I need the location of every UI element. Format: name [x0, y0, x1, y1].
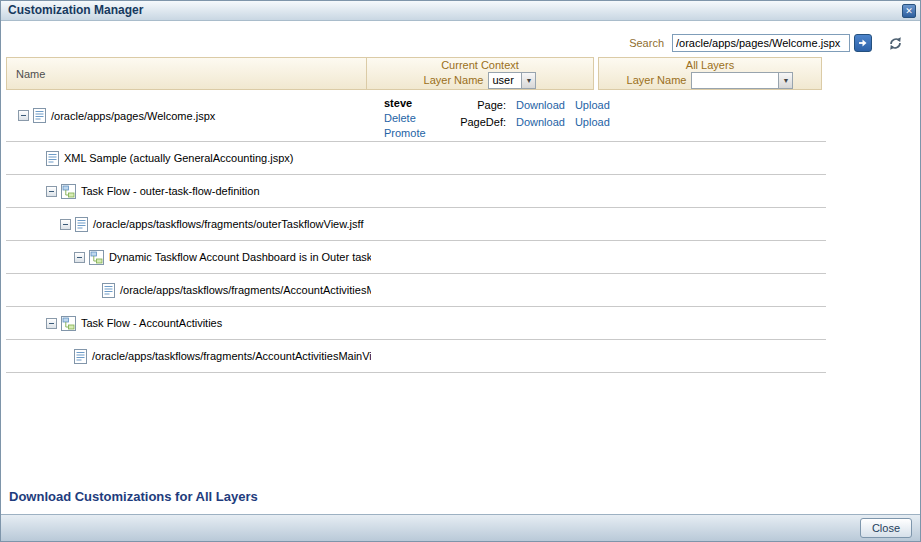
tree-node-label: Task Flow - outer-task-flow-definition [81, 185, 260, 197]
tree-row[interactable]: Task Flow - outer-task-flow-definition [6, 175, 826, 208]
tree-row[interactable]: /oracle/apps/taskflows/fragments/Account… [6, 274, 826, 307]
current-context-title: Current Context [441, 59, 519, 71]
document-icon [46, 151, 59, 166]
taskflow-icon [89, 250, 104, 265]
search-go-button[interactable] [854, 34, 872, 52]
collapse-toggle-icon[interactable] [18, 110, 29, 121]
tree-row[interactable]: /oracle/apps/taskflows/fragments/Account… [6, 340, 826, 373]
tree-node-label: /oracle/apps/pages/Welcome.jspx [51, 110, 215, 122]
refresh-icon [887, 35, 904, 52]
all-layers-layer-select[interactable]: ▼ [691, 72, 793, 89]
artifact-label: Page: [456, 97, 506, 114]
search-bar: Search [629, 34, 904, 52]
tree-node-label: Task Flow - AccountActivities [81, 317, 222, 329]
selected-layer-value: user [489, 74, 521, 86]
go-arrow-icon [857, 37, 869, 49]
dialog-title: Customization Manager [1, 1, 920, 20]
context-layer-value: steve [384, 96, 456, 111]
current-context-layer-select[interactable]: user ▼ [488, 72, 536, 89]
document-icon [33, 108, 46, 123]
tree-row[interactable]: /oracle/apps/pages/Welcome.jspxsteveDele… [6, 90, 826, 142]
customization-tree: /oracle/apps/pages/Welcome.jspxsteveDele… [6, 90, 826, 373]
search-label: Search [629, 37, 664, 49]
search-input[interactable] [672, 34, 850, 52]
current-context-header: Current Context Layer Name user ▼ [366, 57, 594, 90]
page-download-link[interactable]: Download [516, 97, 565, 114]
tree-node-label: Dynamic Taskflow Account Dashboard is in… [109, 251, 371, 263]
tree-node-label: /oracle/apps/taskflows/fragments/Account… [120, 284, 371, 296]
document-icon [102, 283, 115, 298]
pagedef-upload-link[interactable]: Upload [575, 114, 610, 131]
collapse-toggle-icon[interactable] [60, 219, 71, 230]
refresh-button[interactable] [886, 34, 904, 52]
pagedef-download-link[interactable]: Download [516, 114, 565, 131]
delete-link[interactable]: Delete [384, 111, 456, 126]
tree-row[interactable]: Task Flow - AccountActivities [6, 307, 826, 340]
tree-node-label: XML Sample (actually GeneralAccounting.j… [64, 152, 293, 164]
window-close-button[interactable]: ✕ [902, 4, 916, 18]
current-context-cell: steveDeletePromotePage:DownloadUploadPag… [384, 96, 610, 141]
document-icon [74, 349, 87, 364]
table-header: Name Current Context Layer Name user ▼ A… [6, 57, 822, 90]
collapse-toggle-icon[interactable] [46, 186, 57, 197]
chevron-down-icon: ▼ [521, 73, 535, 88]
close-dialog-button[interactable]: Close [860, 518, 912, 538]
page-upload-link[interactable]: Upload [575, 97, 610, 114]
chevron-down-icon: ▼ [778, 73, 792, 88]
taskflow-icon [61, 184, 76, 199]
dialog-footer-bar: Close [1, 514, 920, 541]
current-context-layer-label: Layer Name [424, 74, 484, 86]
all-layers-title: All Layers [686, 59, 734, 71]
tree-row[interactable]: /oracle/apps/taskflows/fragments/outerTa… [6, 208, 826, 241]
name-column-header: Name [6, 57, 366, 90]
tree-node-label: /oracle/apps/taskflows/fragments/outerTa… [93, 218, 363, 230]
artifact-label: PageDef: [456, 114, 506, 131]
tree-row[interactable]: Dynamic Taskflow Account Dashboard is in… [6, 241, 826, 274]
customization-manager-dialog: Customization Manager ✕ Search Name [0, 0, 921, 542]
all-layers-layer-label: Layer Name [627, 74, 687, 86]
all-layers-header: All Layers Layer Name ▼ [598, 57, 822, 90]
dialog-titlebar: Customization Manager ✕ [1, 1, 920, 21]
document-icon [75, 217, 88, 232]
collapse-toggle-icon[interactable] [74, 252, 85, 263]
tree-row[interactable]: XML Sample (actually GeneralAccounting.j… [6, 142, 826, 175]
download-all-layers-link[interactable]: Download Customizations for All Layers [9, 489, 258, 504]
collapse-toggle-icon[interactable] [46, 318, 57, 329]
tree-node-label: /oracle/apps/taskflows/fragments/Account… [92, 350, 371, 362]
promote-link[interactable]: Promote [384, 126, 456, 141]
close-icon: ✕ [905, 6, 913, 16]
taskflow-icon [61, 316, 76, 331]
